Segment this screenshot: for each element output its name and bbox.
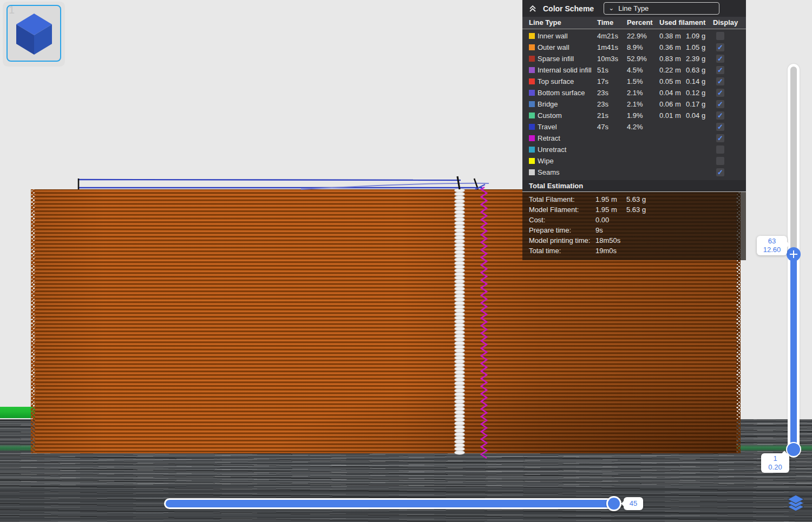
col-time: Time bbox=[597, 18, 613, 27]
estimation-rows: Total Filament: 1.95 m 5.63 g Model Fila… bbox=[522, 192, 746, 260]
display-checkbox[interactable]: ✓ bbox=[716, 89, 724, 97]
line-type-length: 0.01 m bbox=[659, 111, 681, 120]
line-type-label: Internal solid infill bbox=[538, 66, 592, 74]
col-used-filament: Used filament bbox=[659, 18, 705, 27]
display-checkbox[interactable] bbox=[716, 32, 724, 40]
display-checkbox[interactable]: ✓ bbox=[716, 66, 724, 74]
line-type-weight: 0.04 g bbox=[686, 111, 705, 120]
estimation-value-1: 1.95 m bbox=[595, 195, 617, 203]
total-estimation-title: Total Estimation bbox=[522, 180, 746, 192]
line-type-color-swatch bbox=[529, 169, 535, 175]
layer-upper-value: 63 bbox=[760, 237, 784, 246]
layer-upper-tooltip: 63 12.60 bbox=[757, 236, 787, 255]
line-type-time: 21s bbox=[597, 111, 608, 120]
move-slider[interactable] bbox=[164, 498, 621, 509]
line-type-color-swatch bbox=[529, 101, 535, 107]
line-type-time: 23s bbox=[597, 100, 608, 108]
estimation-value-2: 5.63 g bbox=[626, 206, 646, 214]
line-type-label: Sparse infill bbox=[538, 55, 574, 63]
layer-slider-track-empty[interactable] bbox=[790, 67, 797, 255]
display-checkbox[interactable]: ✓ bbox=[716, 100, 724, 108]
cube-model-icon bbox=[15, 11, 54, 56]
line-type-color-swatch bbox=[529, 78, 535, 84]
estimation-label: Model printing time: bbox=[529, 236, 590, 245]
estimation-value-1: 0.00 bbox=[595, 216, 609, 224]
table-column-header: Line Type Time Percent Used filament Dis… bbox=[522, 17, 746, 29]
line-type-row: Seams ✓ bbox=[522, 167, 746, 178]
line-type-color-swatch bbox=[529, 113, 535, 118]
line-type-label: Wipe bbox=[538, 157, 554, 165]
display-checkbox[interactable]: ✓ bbox=[716, 123, 724, 131]
layer-lower-height: 0.20 bbox=[764, 463, 786, 472]
estimation-label: Total time: bbox=[529, 247, 561, 255]
estimation-value-1: 18m50s bbox=[595, 236, 620, 245]
gcode-preview-viewport: Color Scheme ⌄ Line Type Line Type Time … bbox=[0, 0, 812, 522]
line-type-length: 0.36 m bbox=[659, 43, 681, 51]
line-type-percent: 2.1% bbox=[627, 100, 643, 108]
line-type-row: Outer wall 1m41s 8.9% 0.36 m 1.05 g ✓ bbox=[522, 42, 746, 53]
line-type-time: 51s bbox=[597, 66, 608, 74]
color-scheme-panel: Color Scheme ⌄ Line Type Line Type Time … bbox=[522, 0, 746, 260]
line-type-row: Travel 47s 4.2% ✓ bbox=[522, 121, 746, 133]
line-type-time: 17s bbox=[597, 77, 608, 85]
line-type-percent: 2.1% bbox=[627, 89, 643, 97]
line-type-length: 0.38 m bbox=[659, 32, 681, 40]
estimation-row: Prepare time: 9s bbox=[522, 225, 746, 235]
layer-upper-height: 12.60 bbox=[760, 246, 784, 254]
line-type-percent: 8.9% bbox=[627, 43, 643, 51]
display-checkbox[interactable]: ✓ bbox=[716, 55, 724, 63]
line-type-row: Sparse infill 10m3s 52.9% 0.83 m 2.39 g … bbox=[522, 53, 746, 64]
line-type-length: 0.22 m bbox=[659, 66, 681, 74]
line-type-weight: 2.39 g bbox=[686, 55, 705, 63]
move-slider-fill[interactable] bbox=[166, 500, 620, 507]
display-checkbox[interactable]: ✓ bbox=[716, 111, 724, 120]
line-type-length: 0.04 m bbox=[659, 89, 681, 97]
estimation-value-1: 19m0s bbox=[595, 247, 617, 255]
panel-header: Color Scheme ⌄ Line Type bbox=[522, 0, 746, 17]
line-type-row: Top surface 17s 1.5% 0.05 m 0.14 g ✓ bbox=[522, 76, 746, 87]
estimation-value-1: 9s bbox=[595, 226, 603, 234]
display-checkbox[interactable] bbox=[716, 146, 724, 154]
display-checkbox[interactable]: ✓ bbox=[716, 43, 724, 51]
line-type-label: Bottom surface bbox=[538, 89, 585, 97]
line-type-weight: 0.12 g bbox=[686, 89, 705, 97]
line-type-weight: 0.14 g bbox=[686, 77, 705, 85]
layer-slider-track-fill[interactable] bbox=[790, 253, 797, 452]
line-type-row: Retract ✓ bbox=[522, 133, 746, 144]
view-type-select[interactable]: ⌄ Line Type bbox=[604, 2, 719, 15]
display-checkbox[interactable]: ✓ bbox=[716, 168, 724, 176]
line-type-time: 4m21s bbox=[597, 32, 618, 40]
line-type-label: Outer wall bbox=[538, 43, 569, 51]
line-type-label: Unretract bbox=[538, 146, 566, 154]
line-type-color-swatch bbox=[529, 44, 535, 50]
estimation-label: Cost: bbox=[529, 216, 545, 224]
layers-view-icon[interactable] bbox=[788, 495, 804, 512]
collapse-panel-icon[interactable] bbox=[528, 4, 538, 13]
estimation-row: Total time: 19m0s bbox=[522, 246, 746, 256]
display-checkbox[interactable]: ✓ bbox=[716, 134, 724, 142]
line-type-percent: 1.5% bbox=[627, 77, 643, 85]
line-type-length: 0.05 m bbox=[659, 77, 681, 85]
move-slider-tooltip: 45 bbox=[624, 497, 643, 510]
line-type-table-body: Inner wall 4m21s 22.9% 0.38 m 1.09 g Out… bbox=[522, 29, 746, 180]
layer-slider-upper-handle[interactable] bbox=[787, 247, 801, 261]
line-type-weight: 1.09 g bbox=[686, 32, 705, 40]
travel-line-top bbox=[79, 180, 461, 180]
layer-lower-tooltip: 1 0.20 bbox=[761, 453, 789, 473]
line-type-weight: 0.63 g bbox=[686, 66, 705, 74]
line-type-weight: 0.17 g bbox=[686, 100, 705, 108]
chevron-down-icon: ⌄ bbox=[608, 4, 614, 12]
line-type-row: Custom 21s 1.9% 0.01 m 0.04 g ✓ bbox=[522, 110, 746, 121]
line-type-color-swatch bbox=[529, 56, 535, 62]
estimation-row: Cost: 0.00 bbox=[522, 215, 746, 225]
col-line-type: Line Type bbox=[529, 18, 561, 27]
move-slider-handle[interactable] bbox=[606, 496, 621, 511]
display-checkbox[interactable] bbox=[716, 157, 724, 165]
line-type-label: Bridge bbox=[538, 100, 558, 108]
plate-thumbnail[interactable]: 1 bbox=[3, 2, 65, 67]
line-type-time: 23s bbox=[597, 89, 608, 97]
line-type-time: 1m41s bbox=[597, 43, 618, 51]
line-type-percent: 4.2% bbox=[627, 123, 643, 131]
line-type-time: 10m3s bbox=[597, 55, 618, 63]
display-checkbox[interactable]: ✓ bbox=[716, 77, 724, 85]
